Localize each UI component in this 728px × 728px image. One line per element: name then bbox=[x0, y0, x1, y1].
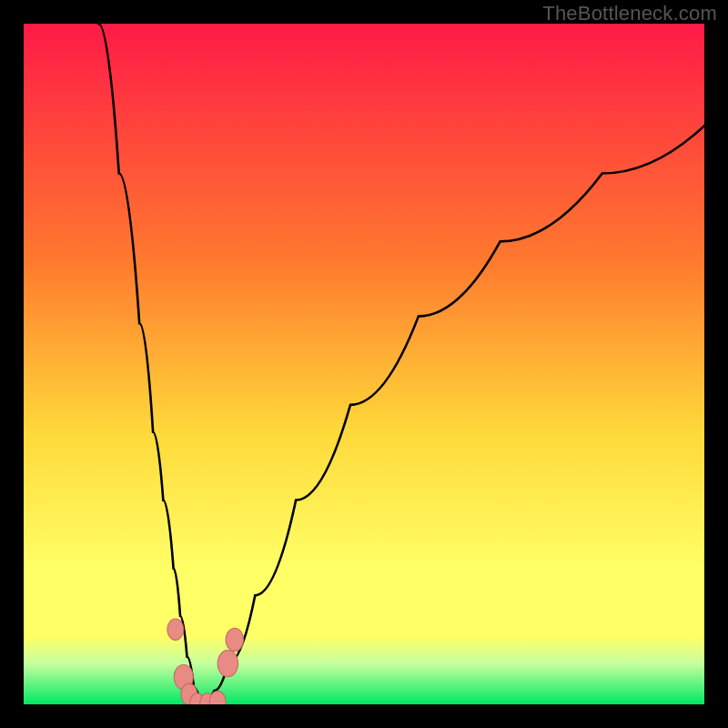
data-marker bbox=[226, 628, 243, 651]
curve-left-branch bbox=[98, 24, 200, 704]
data-marker bbox=[217, 651, 238, 677]
chart-frame: TheBottleneck.com bbox=[0, 0, 728, 728]
bottleneck-curve bbox=[24, 24, 704, 704]
data-markers bbox=[167, 619, 244, 704]
watermark-text: TheBottleneck.com bbox=[542, 2, 717, 25]
curve-right-branch bbox=[200, 126, 704, 704]
plot-area bbox=[24, 24, 704, 704]
data-marker bbox=[167, 619, 184, 640]
